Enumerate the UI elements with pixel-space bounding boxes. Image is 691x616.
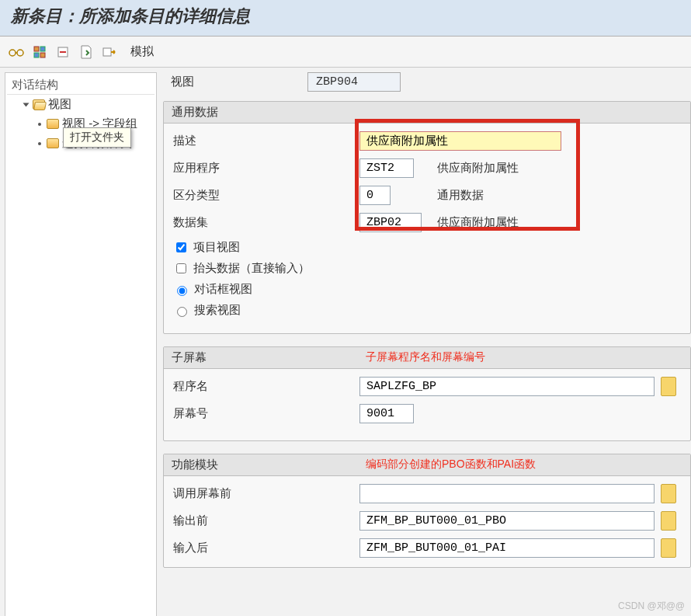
main-toolbar: 模拟 xyxy=(0,37,691,68)
svg-rect-7 xyxy=(60,51,66,53)
subscreen-annotation: 子屏幕程序名和屏幕编号 xyxy=(366,350,485,364)
screen-no-label: 屏幕号 xyxy=(173,406,212,421)
window-title: 新条目：所添加条目的详细信息 xyxy=(0,0,691,37)
detail-panel: 视图 ZBP904 通用数据 描述 应用程序 供应商附加属性 区分类型 通用数据 xyxy=(157,68,691,616)
header-data-label: 抬头数据（直接输入） xyxy=(193,261,310,276)
tree-root-views[interactable]: 视图 xyxy=(7,95,155,114)
delete-icon[interactable] xyxy=(54,44,71,61)
application-text: 供应商附加属性 xyxy=(437,161,519,176)
search-view-radio[interactable] xyxy=(177,307,187,317)
export-icon[interactable] xyxy=(101,44,118,61)
program-f4-button[interactable] xyxy=(661,377,676,396)
item-view-checkbox[interactable] xyxy=(176,242,186,252)
svg-rect-2 xyxy=(34,47,39,51)
diff-type-input[interactable] xyxy=(359,186,391,205)
fm-legend: 功能模块 编码部分创建的PBO函数和PAI函数 xyxy=(164,454,690,476)
bullet-icon xyxy=(38,142,41,145)
search-view-label: 搜索视图 xyxy=(194,303,241,318)
dialog-view-radio[interactable] xyxy=(177,286,187,296)
svg-rect-8 xyxy=(103,48,111,56)
before-output-label: 输出前 xyxy=(173,513,243,528)
program-input[interactable] xyxy=(359,377,655,396)
description-label: 描述 xyxy=(173,134,359,148)
before-call-label: 调用屏幕前 xyxy=(173,486,243,501)
view-label: 视图 xyxy=(171,75,295,89)
new-page-icon[interactable] xyxy=(78,44,95,61)
dataset-label: 数据集 xyxy=(173,215,359,230)
function-module-group: 功能模块 编码部分创建的PBO函数和PAI函数 调用屏幕前 输出前 输入后 xyxy=(163,454,691,568)
select-all-icon[interactable] xyxy=(31,44,48,61)
caret-down-icon xyxy=(23,103,30,106)
dataset-input[interactable] xyxy=(359,213,422,232)
bullet-icon xyxy=(38,123,41,126)
after-input-f4-button[interactable] xyxy=(661,538,676,558)
glasses-icon[interactable] xyxy=(8,44,25,61)
watermark: CSDN @邓@@ xyxy=(618,600,685,613)
svg-rect-4 xyxy=(34,53,39,57)
dataset-text: 供应商附加属性 xyxy=(437,215,519,230)
fm-legend-text: 功能模块 xyxy=(172,458,218,471)
after-input-label: 输入后 xyxy=(173,541,243,555)
svg-rect-5 xyxy=(40,53,45,57)
before-call-f4-button[interactable] xyxy=(661,484,676,503)
open-folder-tooltip: 打开文件夹 xyxy=(63,127,131,148)
folder-icon xyxy=(47,138,59,148)
dialog-view-label: 对话框视图 xyxy=(194,282,252,297)
application-label: 应用程序 xyxy=(173,161,359,176)
before-output-f4-button[interactable] xyxy=(661,511,676,531)
svg-rect-3 xyxy=(40,47,45,51)
svg-point-1 xyxy=(17,50,23,56)
after-input-input[interactable] xyxy=(359,538,655,558)
application-input[interactable] xyxy=(359,158,414,178)
diff-type-text: 通用数据 xyxy=(437,188,484,203)
subscreen-legend: 子屏幕 子屏幕程序名和屏幕编号 xyxy=(164,347,690,369)
dialog-structure-header: 对话结构 xyxy=(7,76,155,95)
fm-annotation: 编码部分创建的PBO函数和PAI函数 xyxy=(366,458,536,472)
subscreen-legend-text: 子屏幕 xyxy=(172,350,207,364)
program-label: 程序名 xyxy=(173,379,212,394)
subscreen-group: 子屏幕 子屏幕程序名和屏幕编号 程序名 屏幕号 xyxy=(163,346,691,441)
description-input[interactable] xyxy=(359,131,561,151)
before-call-input[interactable] xyxy=(359,484,655,503)
folder-icon xyxy=(47,119,59,129)
tree-root-label: 视图 xyxy=(48,97,71,112)
svg-point-0 xyxy=(9,50,16,56)
screen-no-input[interactable] xyxy=(359,404,414,423)
folder-open-icon xyxy=(33,99,45,110)
general-data-legend: 通用数据 xyxy=(164,102,690,124)
diff-type-label: 区分类型 xyxy=(173,188,359,203)
general-data-group: 通用数据 描述 应用程序 供应商附加属性 区分类型 通用数据 数据集 xyxy=(163,101,691,334)
header-data-checkbox[interactable] xyxy=(176,263,186,273)
simulate-button[interactable]: 模拟 xyxy=(124,43,160,61)
before-output-input[interactable] xyxy=(359,511,655,531)
dialog-structure-panel: 对话结构 视图 视图 -> 字段组 运打开效件夹 打开文件夹 xyxy=(5,72,157,616)
item-view-label: 项目视图 xyxy=(193,240,240,255)
view-value: ZBP904 xyxy=(307,72,401,92)
